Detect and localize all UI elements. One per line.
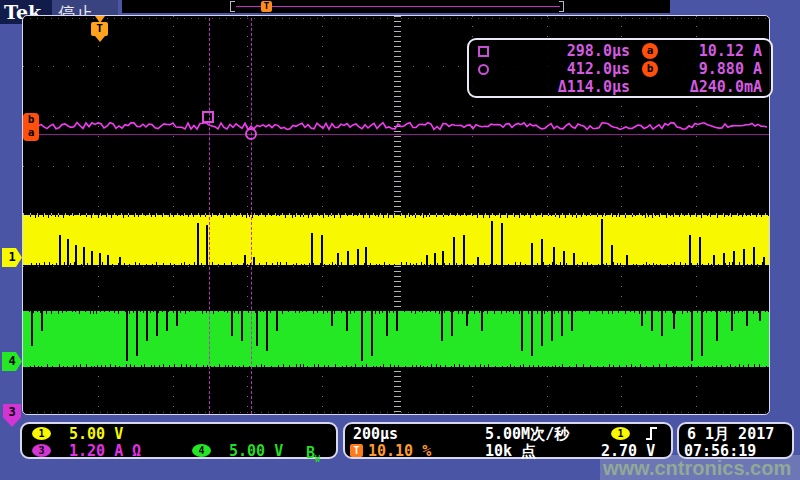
cursor-a-time: 298.0µs — [504, 42, 630, 60]
ch4-position-marker[interactable]: 4 — [2, 352, 22, 371]
cursor-b-amplitude: 9.880 A — [670, 60, 762, 78]
timebase[interactable]: 200µs — [353, 425, 398, 443]
record-waveform-preview — [236, 6, 560, 7]
trigger-position-t-icon: T — [350, 444, 363, 457]
trigger-position-percent: 10.10 % — [368, 442, 431, 460]
ch3-badge[interactable]: 3 — [32, 444, 51, 457]
datetime-box: 6 1月 2017 07:56:19 — [677, 422, 794, 459]
cursor-delta-time: Δ114.0µs — [504, 78, 630, 96]
ch3-reference-line — [25, 134, 769, 135]
ch1-scale[interactable]: 5.00 V — [69, 425, 123, 443]
record-trigger-marker-icon[interactable]: T — [261, 1, 272, 12]
ch1-position-marker[interactable]: 1 — [2, 248, 22, 267]
cursor-b-circle-icon[interactable] — [245, 128, 257, 140]
oscilloscope-screen: Tek 停止 T T b a 1 4 3 298.0µs a 10 — [0, 0, 800, 480]
record-position-bar[interactable]: T — [122, 0, 670, 13]
cursor-b-badge: b — [642, 61, 658, 77]
circle-cursor-icon — [478, 64, 489, 75]
bandwidth-limit-icon: BW — [306, 444, 320, 464]
cursor-a-square-icon[interactable] — [202, 111, 214, 123]
ch4-scale[interactable]: 5.00 V — [229, 442, 283, 460]
ch4-badge[interactable]: 4 — [192, 444, 211, 457]
ch3-impedance: Ω — [132, 442, 141, 460]
trigger-source-badge[interactable]: 1 — [611, 427, 630, 440]
cursor-a-vertical-line[interactable] — [209, 18, 210, 414]
cursor-a-label: a — [23, 126, 39, 139]
record-length: 10k 点 — [485, 442, 536, 461]
window-bracket-left-icon — [230, 1, 235, 12]
square-cursor-icon — [478, 46, 489, 57]
cursor-a-badge: a — [642, 43, 658, 59]
watermark-text: www.cntronics.com — [603, 457, 791, 480]
cursor-b-label: b — [23, 113, 39, 126]
horizontal-trigger-box: 200µs 5.00M次/秒 1 T 10.10 % 10k 点 2.70 V — [343, 422, 673, 459]
vertical-scale-box: 1 5.00 V 3 1.20 A Ω 4 5.00 V BW — [20, 422, 338, 459]
cursor-ab-track-badge[interactable]: b a — [23, 113, 39, 141]
cursor-a-amplitude: 10.12 A — [670, 42, 762, 60]
rising-edge-icon — [644, 426, 660, 441]
ch3-position-marker[interactable]: 3 — [3, 404, 21, 427]
time-display: 07:56:19 — [684, 442, 756, 460]
ch1-badge[interactable]: 1 — [32, 427, 51, 440]
trigger-position-marker[interactable]: T — [91, 16, 108, 42]
edge-noise — [769, 366, 770, 367]
edge-noise — [769, 263, 770, 265]
window-bracket-right-icon — [559, 1, 564, 12]
cursor-delta-amplitude: Δ240.0mA — [670, 78, 762, 96]
trigger-t-icon: T — [91, 22, 108, 36]
trigger-level[interactable]: 2.70 V — [601, 442, 655, 460]
cursor-b-vertical-line[interactable] — [251, 18, 252, 414]
cursor-readout-box: 298.0µs a 10.12 A 412.0µs b 9.880 A Δ114… — [467, 38, 773, 98]
ch3-scale[interactable]: 1.20 A — [69, 442, 123, 460]
cursor-b-time: 412.0µs — [504, 60, 630, 78]
trigger-pin-tip-icon — [95, 36, 105, 42]
